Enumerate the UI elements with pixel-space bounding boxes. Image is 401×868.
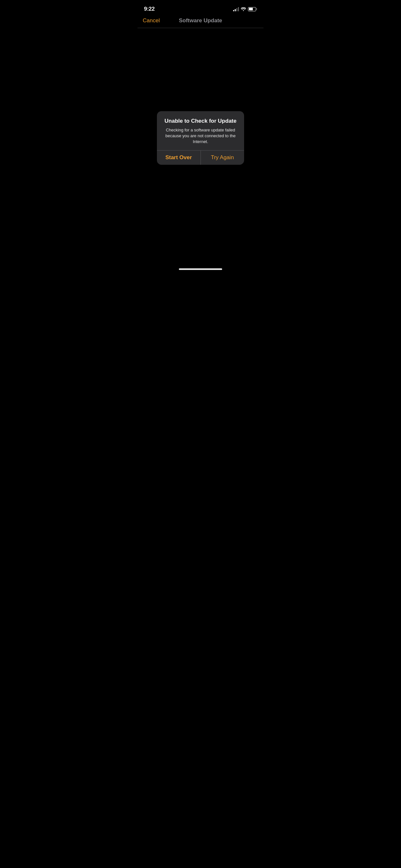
home-indicator xyxy=(179,268,222,270)
alert-title: Unable to Check for Update xyxy=(162,118,239,125)
alert-message: Checking for a software update failed be… xyxy=(162,127,239,145)
status-icons xyxy=(233,7,257,11)
wifi-icon xyxy=(241,7,246,11)
alert-content: Unable to Check for Update Checking for … xyxy=(157,111,244,150)
signal-strength-icon xyxy=(233,7,239,11)
start-over-button[interactable]: Start Over xyxy=(157,151,201,165)
alert-buttons: Start Over Try Again xyxy=(157,150,244,165)
main-content: Unable to Check for Update Checking for … xyxy=(137,16,264,273)
battery-icon xyxy=(248,7,257,11)
try-again-button[interactable]: Try Again xyxy=(201,151,244,165)
status-time: 9:22 xyxy=(144,6,155,12)
status-bar: 9:22 xyxy=(137,0,264,16)
alert-dialog: Unable to Check for Update Checking for … xyxy=(157,111,244,165)
